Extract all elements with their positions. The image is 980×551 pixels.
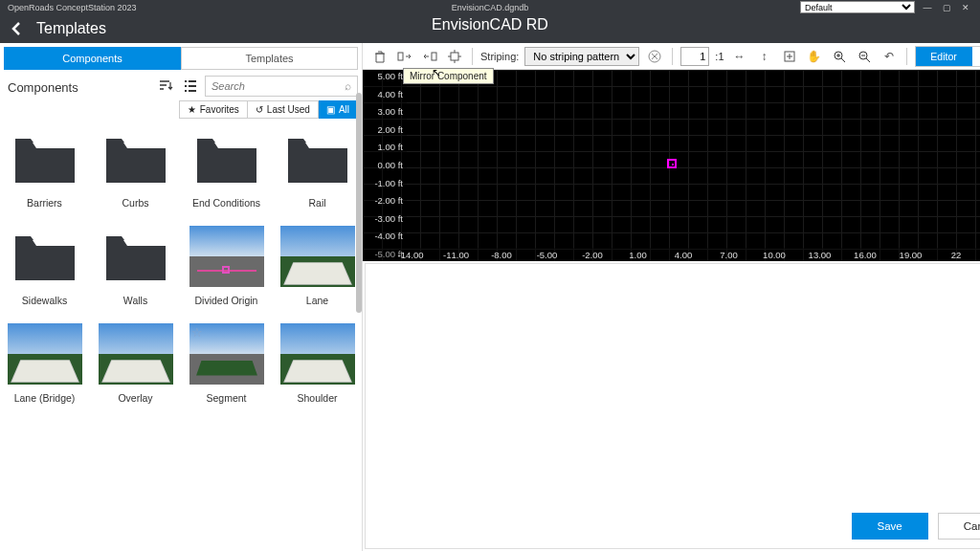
project-title: EnvisionCAD RD <box>432 16 548 33</box>
app-name: OpenRoads ConceptStation 2023 <box>8 3 137 12</box>
delete-icon[interactable] <box>370 47 390 66</box>
fit-icon[interactable] <box>780 47 799 66</box>
page-title: Templates <box>36 20 106 37</box>
y-tick-label: -3.00 ft <box>374 212 403 223</box>
zoom-in-icon[interactable] <box>830 47 849 66</box>
component-label: Sidewalks <box>22 295 67 306</box>
close-icon[interactable]: ✕ <box>959 1 972 14</box>
x-tick-label: 4.00 <box>675 250 693 260</box>
view-editor-tab[interactable]: Editor <box>916 47 972 66</box>
component-item[interactable]: Lane <box>277 226 358 306</box>
y-tick-label: 4.00 ft <box>378 88 403 99</box>
search-icon[interactable]: ⌕ <box>345 79 351 93</box>
component-label: Rail <box>308 197 325 209</box>
component-label: Overlay <box>118 392 152 404</box>
editor-toolbar: ↖ Striping: No striping pattern :1 ↔ ↕ ✋… <box>363 43 980 70</box>
y-tick-label: -2.00 ft <box>374 195 403 206</box>
component-item[interactable]: Rail <box>277 128 358 209</box>
search-input-wrap[interactable]: ⌕ <box>205 76 358 97</box>
x-tick-label: -5.00 <box>537 250 558 260</box>
component-label: Divided Origin <box>195 295 258 306</box>
cancel-button[interactable]: Cancel <box>938 513 980 540</box>
right-panel: ↖ Striping: No striping pattern :1 ↔ ↕ ✋… <box>362 43 980 551</box>
y-tick-label: 1.00 ft <box>378 142 403 152</box>
x-tick-label: 13.00 <box>809 250 832 260</box>
x-tick-label: 19.00 <box>900 250 923 260</box>
x-tick-label: 1.00 <box>629 250 647 260</box>
horiz-flip-icon[interactable]: ↔ <box>730 47 749 66</box>
search-input[interactable] <box>212 80 345 92</box>
component-item[interactable]: Overlay <box>95 323 176 404</box>
filter-all[interactable]: ▣All <box>319 100 358 119</box>
document-name: EnvisionCAD.dgndb <box>452 3 529 12</box>
folder-icon-small: ▣ <box>326 104 335 115</box>
component-item[interactable]: Walls <box>95 226 176 306</box>
clear-striping-icon[interactable] <box>645 47 664 66</box>
properties-area <box>365 263 980 549</box>
svg-rect-0 <box>398 53 403 60</box>
x-tick-label: -2.00 <box>582 250 603 260</box>
component-item[interactable]: ☆Segment <box>186 323 267 404</box>
y-tick-label: -4.00 ft <box>374 231 403 241</box>
svg-rect-2 <box>451 53 458 60</box>
minimize-icon[interactable]: — <box>921 1 934 14</box>
star-outline-icon: ☆ <box>191 325 203 340</box>
list-view-icon[interactable] <box>180 76 201 97</box>
tooltip: Mirror Component <box>403 68 494 84</box>
view-dropdown[interactable]: Default <box>800 1 915 13</box>
view-3d-tab[interactable]: 3D View <box>972 47 980 66</box>
undo-icon[interactable]: ↶ <box>880 47 899 66</box>
component-item[interactable]: Shoulder <box>277 323 358 404</box>
component-label: Curbs <box>122 197 148 209</box>
ratio-suffix: :1 <box>715 51 724 62</box>
y-tick-label: 0.00 ft <box>378 160 403 170</box>
mirror-left-icon[interactable]: ↖ <box>395 47 414 66</box>
history-icon: ↺ <box>256 104 263 115</box>
tab-components[interactable]: Components <box>4 47 181 70</box>
y-tick-label: -1.00 ft <box>374 177 403 187</box>
component-item[interactable]: End Conditions <box>186 128 267 209</box>
tab-templates[interactable]: Templates <box>181 47 358 70</box>
component-label: Lane <box>306 295 328 306</box>
x-tick-label: -14.00 <box>398 250 424 260</box>
ratio-input[interactable] <box>680 47 709 66</box>
star-icon: ★ <box>188 104 196 115</box>
svg-rect-1 <box>432 53 436 60</box>
y-tick-label: 3.00 ft <box>378 106 403 117</box>
filter-last-used[interactable]: ↺Last Used <box>248 100 319 119</box>
striping-label: Striping: <box>480 51 519 62</box>
x-tick-label: 16.00 <box>854 250 877 260</box>
x-tick-label: 22 <box>951 250 962 260</box>
mirror-right-icon[interactable] <box>420 47 439 66</box>
vert-flip-icon[interactable]: ↕ <box>755 47 774 66</box>
y-tick-label: 2.00 ft <box>378 123 403 134</box>
component-label: Lane (Bridge) <box>14 392 76 404</box>
component-label: Shoulder <box>297 392 337 404</box>
striping-select[interactable]: No striping pattern <box>524 47 639 66</box>
x-tick-label: 7.00 <box>720 250 738 260</box>
x-tick-label: -11.00 <box>443 250 469 260</box>
target-icon[interactable] <box>445 47 464 66</box>
component-item[interactable]: Barriers <box>4 128 85 209</box>
title-bar: OpenRoads ConceptStation 2023 EnvisionCA… <box>0 0 980 14</box>
filter-favorites[interactable]: ★Favorites <box>179 100 248 119</box>
x-tick-label: -8.00 <box>491 250 512 260</box>
view-toggle: Editor 3D View <box>915 46 980 67</box>
editor-canvas[interactable]: 5.00 ft4.00 ft3.00 ft2.00 ft1.00 ft0.00 … <box>363 70 980 261</box>
maximize-icon[interactable]: ▢ <box>940 1 953 14</box>
save-button[interactable]: Save <box>852 513 928 540</box>
pan-icon[interactable]: ✋ <box>805 47 824 66</box>
component-label: Walls <box>123 295 147 306</box>
component-item[interactable]: Divided Origin <box>186 226 267 306</box>
origin-marker[interactable] <box>667 159 677 168</box>
component-label: Barriers <box>27 197 62 209</box>
sort-icon[interactable] <box>155 76 176 97</box>
component-label: End Conditions <box>192 197 260 209</box>
x-tick-label: 10.00 <box>763 250 786 260</box>
component-item[interactable]: Curbs <box>95 128 176 209</box>
component-item[interactable]: Sidewalks <box>4 226 85 306</box>
component-item[interactable]: Lane (Bridge) <box>4 323 85 404</box>
components-heading: Components <box>4 71 155 100</box>
zoom-out-icon[interactable] <box>855 47 874 66</box>
back-button[interactable] <box>10 21 29 36</box>
